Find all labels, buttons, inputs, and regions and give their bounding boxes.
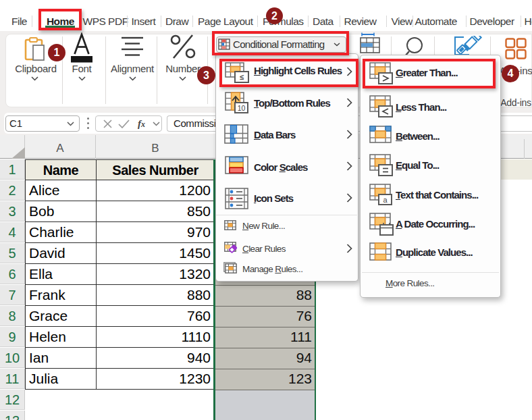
svg-text:10: 10 bbox=[238, 104, 246, 112]
svg-text:a: a bbox=[383, 196, 388, 204]
